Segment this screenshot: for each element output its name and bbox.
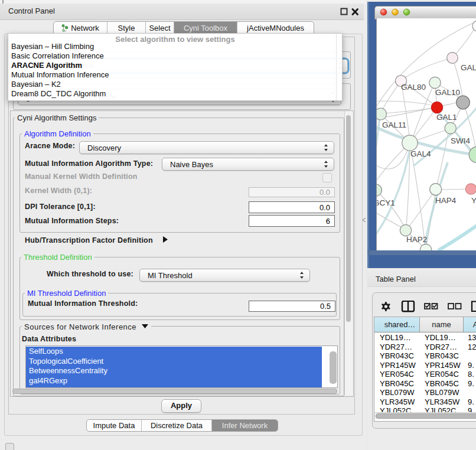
svg-text:HAP4: HAP4 — [435, 196, 457, 205]
svg-text:GAL7: GAL7 — [461, 63, 476, 72]
svg-text:Y: Y — [471, 196, 476, 205]
svg-text:GAL4: GAL4 — [410, 149, 431, 158]
svg-text:GCY1: GCY1 — [376, 198, 395, 207]
svg-text:GAL11: GAL11 — [382, 120, 406, 129]
svg-text:GAL1: GAL1 — [436, 113, 457, 122]
svg-text:SWI4: SWI4 — [451, 136, 470, 145]
svg-text:GAL80: GAL80 — [401, 83, 426, 92]
svg-text:GAL10: GAL10 — [435, 88, 460, 97]
svg-text:HAP2: HAP2 — [406, 235, 427, 244]
